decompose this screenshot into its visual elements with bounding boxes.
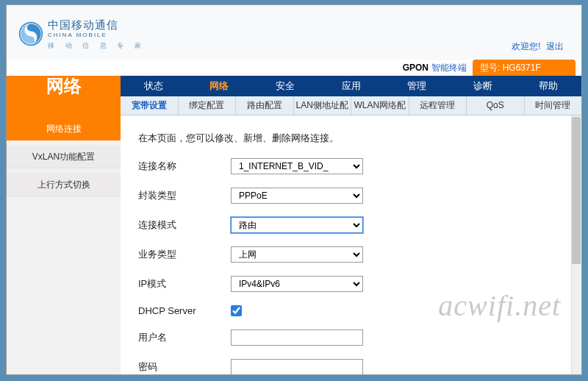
device-bar: GPON智能终端 型号: HG6371F (7, 60, 581, 76)
sub-tab-1[interactable]: 绑定配置 (179, 96, 237, 115)
main-tab-4[interactable]: 管理 (384, 76, 450, 96)
gpon-text: 智能终端 (431, 63, 467, 73)
brand-en: CHINA MOBILE (48, 32, 146, 39)
input-password[interactable] (231, 359, 363, 374)
brand-logo: 中国移动通信 CHINA MOBILE 移 动 信 息 专 家 (18, 18, 146, 49)
header: 中国移动通信 CHINA MOBILE 移 动 信 息 专 家 欢迎您! 退出 (7, 5, 581, 60)
main-tab-3[interactable]: 应用 (318, 76, 384, 96)
checkbox-dhcp-server[interactable] (231, 305, 242, 316)
scrollbar-track[interactable] (571, 115, 581, 374)
label-password: 密码 (138, 360, 231, 374)
select-encap[interactable]: PPPoE (231, 188, 363, 204)
select-service-type[interactable]: 上网 (231, 246, 363, 263)
logout-link[interactable]: 退出 (546, 41, 564, 51)
main-tab-6[interactable]: 帮助 (515, 76, 581, 96)
main-tab-5[interactable]: 诊断 (450, 76, 516, 96)
label-encap: 封装类型 (138, 189, 231, 202)
page-heading-truncated: 网络连接 (138, 115, 564, 117)
select-ip-mode[interactable]: IPv4&IPv6 (231, 276, 363, 292)
sidebar-item-0[interactable]: 网络连接 (7, 117, 121, 140)
sub-tab-2[interactable]: 路由配置 (236, 96, 294, 115)
sidebar-item-1[interactable]: VxLAN功能配置 (7, 145, 121, 168)
section-title: 网络 (7, 76, 121, 117)
sub-tab-4[interactable]: WLAN网络配置 (351, 96, 409, 115)
sub-nav: 宽带设置绑定配置路由配置LAN侧地址配置WLAN网络配置远程管理QoS时间管理 (121, 96, 581, 115)
model-value: HG6371F (503, 63, 541, 73)
model-label: 型号: (480, 63, 500, 73)
sub-tab-6[interactable]: QoS (467, 96, 525, 115)
main-nav: 网络 状态网络安全应用管理诊断帮助 (7, 76, 581, 96)
sub-tab-5[interactable]: 远程管理 (409, 96, 467, 115)
model-tab: 型号: HG6371F (473, 60, 576, 76)
device-type: GPON智能终端 (403, 60, 467, 76)
input-username[interactable] (231, 330, 363, 346)
label-username: 用户名 (138, 331, 231, 344)
label-conn-mode: 连接模式 (138, 218, 231, 232)
main-tab-2[interactable]: 安全 (252, 76, 318, 96)
select-conn-mode[interactable]: 路由 (231, 217, 363, 233)
content-panel: 网络连接 在本页面，您可以修改、新增、删除网络连接。 连接名称 1_INTERN… (121, 115, 581, 374)
label-service-type: 业务类型 (138, 248, 231, 261)
main-tabs: 状态网络安全应用管理诊断帮助 (121, 76, 581, 96)
gpon-label: GPON (403, 63, 429, 73)
label-dhcp-server: DHCP Server (138, 305, 231, 316)
label-ip-mode: IP模式 (138, 277, 231, 291)
welcome-area: 欢迎您! 退出 (512, 40, 564, 53)
brand-cn: 中国移动通信 (48, 18, 146, 32)
china-mobile-icon (18, 21, 43, 46)
sub-tab-0[interactable]: 宽带设置 (121, 96, 179, 115)
select-conn-name[interactable]: 1_INTERNET_B_VID_ (231, 158, 363, 174)
welcome-text: 欢迎您! (512, 41, 540, 51)
sidebar-item-2[interactable]: 上行方式切换 (7, 173, 121, 196)
main-tab-1[interactable]: 网络 (187, 76, 253, 96)
scrollbar-thumb[interactable] (572, 117, 581, 264)
page-description: 在本页面，您可以修改、新增、删除网络连接。 (138, 132, 564, 145)
sidebar: 网络连接VxLAN功能配置上行方式切换 (7, 117, 121, 375)
brand-slogan: 移 动 信 息 专 家 (48, 42, 146, 50)
main-tab-0[interactable]: 状态 (121, 76, 187, 96)
sub-tab-7[interactable]: 时间管理 (525, 96, 582, 115)
label-conn-name: 连接名称 (138, 160, 231, 173)
sub-tab-3[interactable]: LAN侧地址配置 (294, 96, 352, 115)
